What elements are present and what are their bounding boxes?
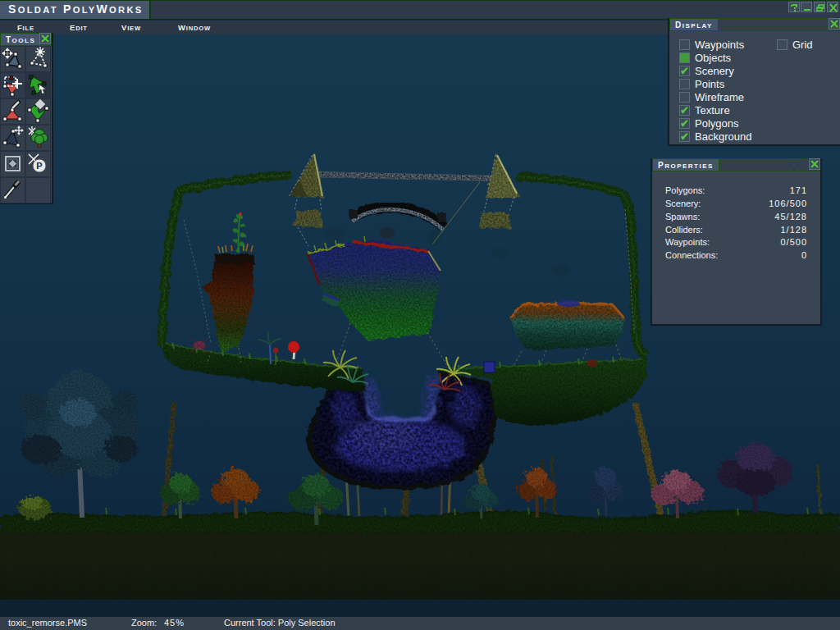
svg-text:P: P bbox=[36, 161, 42, 171]
